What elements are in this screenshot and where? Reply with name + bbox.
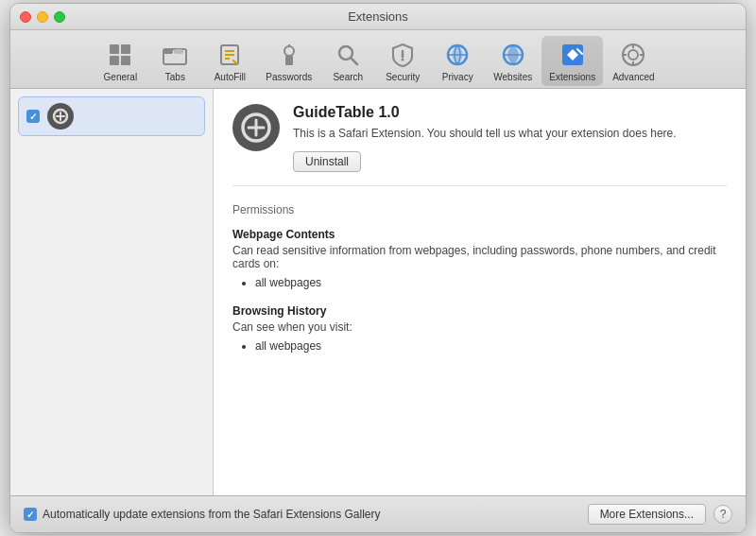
list-item: all webpages (255, 339, 727, 353)
permission-name-history: Browsing History (232, 304, 727, 318)
window-controls (20, 11, 65, 23)
tab-advanced[interactable]: Advanced (605, 36, 662, 86)
footer: Automatically update extensions from the… (10, 495, 746, 532)
permissions-section: Permissions Webpage Contents Can read se… (232, 199, 727, 372)
permission-group-webpage: Webpage Contents Can read sensitive info… (232, 228, 727, 289)
tab-websites-label: Websites (493, 72, 532, 82)
permission-desc-webpage: Can read sensitive information from webp… (232, 244, 727, 270)
extension-info: GuideTable 1.0 This is a Safari Extensio… (293, 104, 727, 172)
tab-tabs[interactable]: Tabs (148, 36, 201, 86)
extensions-icon (558, 40, 588, 70)
auto-update-label: Automatically update extensions from the… (43, 508, 381, 521)
list-item: all webpages (255, 276, 727, 289)
footer-right: More Extensions... ? (588, 504, 732, 525)
autofill-icon (215, 40, 245, 70)
svg-point-17 (402, 59, 404, 61)
tab-search-label: Search (333, 72, 363, 82)
advanced-icon (618, 40, 648, 70)
uninstall-button[interactable]: Uninstall (293, 151, 361, 172)
auto-update-checkbox[interactable] (24, 508, 37, 521)
passwords-icon (274, 40, 304, 70)
maximize-button[interactable] (54, 11, 65, 23)
footer-left: Automatically update extensions from the… (24, 508, 381, 521)
security-icon (387, 40, 418, 70)
privacy-icon (442, 40, 472, 70)
tab-search[interactable]: Search (321, 36, 374, 86)
general-icon (105, 40, 135, 70)
tab-advanced-label: Advanced (612, 72, 654, 82)
svg-line-15 (352, 59, 358, 65)
titlebar: Extensions (10, 4, 746, 30)
tab-passwords[interactable]: Passwords (258, 36, 319, 86)
extensions-sidebar (10, 89, 214, 495)
svg-point-11 (284, 46, 294, 56)
tab-passwords-label: Passwords (266, 72, 312, 82)
tabs-icon (160, 40, 190, 70)
permission-list-webpage: all webpages (232, 276, 727, 289)
tab-autofill[interactable]: AutoFill (203, 36, 256, 86)
svg-rect-5 (163, 49, 173, 54)
tab-websites[interactable]: Websites (486, 36, 540, 86)
permission-name-webpage: Webpage Contents (232, 228, 727, 241)
window-title: Extensions (348, 9, 408, 24)
minimize-button[interactable] (37, 11, 48, 23)
search-icon (333, 40, 363, 70)
toolbar: General Tabs A (10, 30, 746, 89)
detail-panel: GuideTable 1.0 This is a Safari Extensio… (214, 89, 746, 495)
permission-list-history: all webpages (232, 339, 727, 353)
tab-privacy[interactable]: Privacy (431, 36, 484, 86)
permission-desc-history: Can see when you visit: (232, 320, 727, 334)
tab-tabs-label: Tabs (165, 72, 185, 82)
tab-autofill-label: AutoFill (215, 72, 246, 82)
main-content: GuideTable 1.0 This is a Safari Extensio… (10, 89, 746, 495)
websites-icon (498, 40, 528, 70)
tab-extensions-label: Extensions (549, 72, 595, 82)
svg-rect-12 (285, 56, 293, 65)
permissions-title: Permissions (232, 203, 727, 216)
permission-group-history: Browsing History Can see when you visit:… (232, 304, 727, 353)
tab-general-label: General (104, 72, 138, 82)
svg-rect-1 (121, 44, 130, 54)
svg-point-23 (628, 50, 638, 60)
extension-name: GuideTable 1.0 (293, 104, 727, 121)
tab-extensions[interactable]: Extensions (541, 36, 603, 86)
svg-rect-2 (110, 56, 119, 65)
close-button[interactable] (20, 11, 31, 23)
help-button[interactable]: ? (713, 505, 732, 524)
extension-description: This is a Safari Extension. You should t… (293, 125, 727, 142)
more-extensions-button[interactable]: More Extensions... (588, 504, 706, 525)
main-window: Extensions General T (9, 3, 747, 533)
extension-header: GuideTable 1.0 This is a Safari Extensio… (232, 104, 727, 186)
extension-checkbox[interactable] (26, 110, 40, 123)
svg-rect-0 (110, 44, 119, 54)
tab-security[interactable]: Security (376, 36, 429, 86)
extension-logo (232, 104, 280, 151)
tab-security-label: Security (386, 72, 420, 82)
svg-rect-6 (174, 49, 183, 54)
extension-list-icon (47, 103, 74, 130)
tab-general[interactable]: General (94, 36, 146, 86)
svg-rect-3 (121, 56, 130, 65)
extension-item-guidetable[interactable] (18, 96, 205, 136)
tab-privacy-label: Privacy (442, 72, 473, 82)
